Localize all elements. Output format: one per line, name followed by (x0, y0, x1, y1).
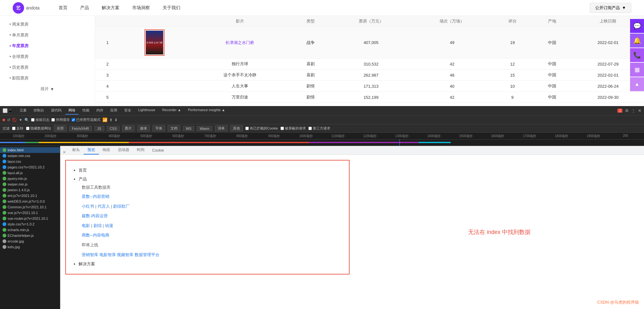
nav-link-home[interactable]: 首页 (59, 5, 68, 11)
filter-manifest[interactable]: 清单 (215, 125, 228, 131)
reload-icon[interactable]: ↺ (7, 118, 10, 122)
filter-doc[interactable]: 文档 (168, 125, 180, 131)
file-item-swiper-js[interactable]: swiper.min.js (0, 181, 60, 187)
dots-icon[interactable]: ⋮ (631, 108, 635, 113)
file-item-index-html[interactable]: index.html (0, 147, 60, 153)
filter-css[interactable]: CSS (107, 126, 120, 131)
sidebar-item-global[interactable]: 全球票房 (6, 51, 88, 62)
sub-tab-response[interactable]: 响应 (99, 146, 114, 154)
offline-checkbox[interactable]: 已停用节流模式 (72, 117, 100, 122)
file-item-echarts-helper[interactable]: EChartsHelper.js (0, 233, 60, 238)
cell-rank: 5 (95, 92, 120, 103)
tab-recorder[interactable]: Recorder ▲ (159, 107, 184, 115)
sidebar-item-weekend[interactable]: 周末票房 (6, 19, 88, 30)
cell-poster (120, 92, 189, 103)
tab-application[interactable]: 应用 (107, 107, 120, 115)
chat-btn-1[interactable]: 💬 (630, 19, 644, 33)
filter-cookies[interactable]: 有已拦截的Cookie (245, 126, 278, 131)
tab-performance-insights[interactable]: Performance insights ▲ (185, 107, 228, 115)
filter-icon[interactable]: ▼ (19, 118, 23, 122)
upload-icon[interactable]: ⬆ (109, 118, 113, 122)
file-item-layui-js[interactable]: layui.all.js (0, 170, 60, 176)
settings-icon[interactable]: ⚙ (625, 108, 629, 113)
filter-font[interactable]: 字体 (152, 125, 165, 131)
filter-ws[interactable]: WS (183, 126, 194, 131)
file-item-kefu-jpg[interactable]: kefu.jpg (0, 244, 60, 250)
chat-btn-2[interactable]: 🔔 (630, 34, 644, 47)
col-country: 产地 (532, 16, 572, 27)
tab-sources[interactable]: 源代码 (48, 107, 65, 115)
nav-link-products[interactable]: 产品 (80, 5, 89, 11)
file-item-vue-js[interactable]: vue.js?v=2021.10.1 (0, 210, 60, 216)
sub-tab-headers[interactable]: 标头 (68, 146, 84, 154)
panel-close-btn[interactable]: ✕ (63, 150, 66, 154)
sidebar-item-monthly[interactable]: 单月票房 (6, 30, 88, 41)
filter-other[interactable]: 其他 (230, 125, 243, 131)
filter-img[interactable]: 图片 (122, 125, 135, 131)
file-item-style-css[interactable]: style.css?v=1.0.2 (0, 221, 60, 227)
nav-link-market[interactable]: 市场洞察 (132, 5, 150, 11)
file-item-swiper-css[interactable]: swiper.min.css (0, 153, 60, 159)
tab-security[interactable]: 安全 (121, 107, 134, 115)
file-item-webdes[interactable]: webDES.min.js?v=1.0.0 (0, 199, 60, 204)
file-item-common-js[interactable]: Common.js?v=2021.10.1 (0, 204, 60, 210)
paipian-menu[interactable]: 排片 ▼ (6, 84, 88, 94)
clear-icon[interactable]: 🚫 (12, 118, 17, 122)
sub-tab-initiator[interactable]: 启动器 (114, 146, 133, 154)
scroll-up-btn[interactable]: ▲ (630, 77, 644, 91)
device-icon[interactable]: 📱 (8, 108, 13, 113)
filter-media[interactable]: 媒体 (137, 125, 150, 131)
record-dot[interactable] (3, 119, 5, 121)
tab-console[interactable]: 控制台 (30, 107, 47, 115)
sidebar-item-cinema[interactable]: 影院票房 (6, 73, 88, 84)
filter-hide-data-urls[interactable]: 隐藏数据网址 (26, 126, 51, 131)
tl-700: 700毫秒 (194, 134, 226, 138)
filter-third-party[interactable]: 第三方请求 (308, 126, 330, 131)
cell-genre: 剧情 (291, 103, 330, 106)
tab-lighthouse[interactable]: Lighthouse (135, 107, 158, 115)
nav-link-solutions[interactable]: 解决方案 (102, 5, 119, 11)
sidebar: 周末票房 单月票房 年度票房 全球票房 历史票房 影院票房 排片 ▼ (0, 16, 95, 106)
close-icon[interactable]: ✕ (638, 108, 641, 113)
sub-tab-timing[interactable]: 时间 (133, 146, 148, 154)
tab-performance[interactable]: 性能 (79, 107, 93, 115)
filter-wasm[interactable]: Wasm (197, 126, 212, 131)
menu-subitem-libs: 营销智库 电影智库 视频智库 数据管理平台 (82, 250, 343, 260)
file-item-vue-router[interactable]: vue-router.js?v=2021.10.1 (0, 216, 60, 221)
file-icon-green-11 (3, 228, 6, 232)
nav-bar: 艺 andota 首页 产品 解决方案 市场洞察 关于我们 公开订阅产品 ▼ (0, 0, 644, 16)
search-icon[interactable]: 🔍 (24, 118, 29, 122)
file-item-ent-js[interactable]: ent.js?v=2021.10.1 (0, 193, 60, 199)
file-item-layui-css[interactable]: layui.css (0, 159, 60, 164)
file-item-ercode-jpg[interactable]: ercode.jpg (0, 238, 60, 244)
cell-score: 19 (493, 27, 532, 59)
file-item-jweixn[interactable]: jweixn-1.4.0.js (0, 187, 60, 193)
sub-tab-cookie[interactable]: Cookie (148, 147, 168, 154)
filter-blocked[interactable]: 被屏蔽的请求 (280, 126, 306, 131)
subscribe-button[interactable]: 公开订阅产品 ▼ (590, 3, 631, 13)
filter-fetch-xhr[interactable]: Fetch/XHR (69, 126, 92, 131)
download-icon[interactable]: ⬇ (114, 118, 118, 122)
cursor-icon[interactable]: ⬜ (3, 108, 8, 113)
sub-tab-preview[interactable]: 预览 (84, 146, 99, 154)
sidebar-item-annual[interactable]: 年度票房 (6, 41, 88, 51)
file-item-jquery[interactable]: jquery.min.js (0, 176, 60, 181)
disable-cache-checkbox[interactable]: 停用缓存 (51, 117, 70, 122)
file-item-echarts[interactable]: echarts.min.js (0, 227, 60, 233)
filter-all[interactable]: 全部 (54, 125, 67, 131)
nav-link-about[interactable]: 关于我们 (163, 5, 180, 11)
qr-btn[interactable]: ▦ (630, 63, 644, 77)
devtools-top-bar: ⬜ 📱 元素 控制台 源代码 网络 性能 内存 应用 安全 Lighthouse… (0, 106, 644, 116)
preserve-log-checkbox[interactable]: 保留日志 (31, 117, 49, 122)
cell-boxoffice: 262,987 (331, 70, 412, 81)
phone-btn[interactable]: 📞 (630, 48, 644, 62)
filter-reverse[interactable]: 反转 (12, 126, 23, 131)
sidebar-item-history[interactable]: 历史票房 (6, 62, 88, 73)
cell-score: 9 (493, 92, 532, 103)
tab-elements[interactable]: 元素 (16, 107, 30, 115)
cell-genre: 剧情 (291, 81, 330, 92)
filter-js[interactable]: JS (94, 126, 104, 131)
tab-memory[interactable]: 内存 (93, 107, 106, 115)
file-item-pages-css[interactable]: pages.css?v=2021.10.2 (0, 164, 60, 170)
tab-network[interactable]: 网络 (65, 107, 79, 115)
